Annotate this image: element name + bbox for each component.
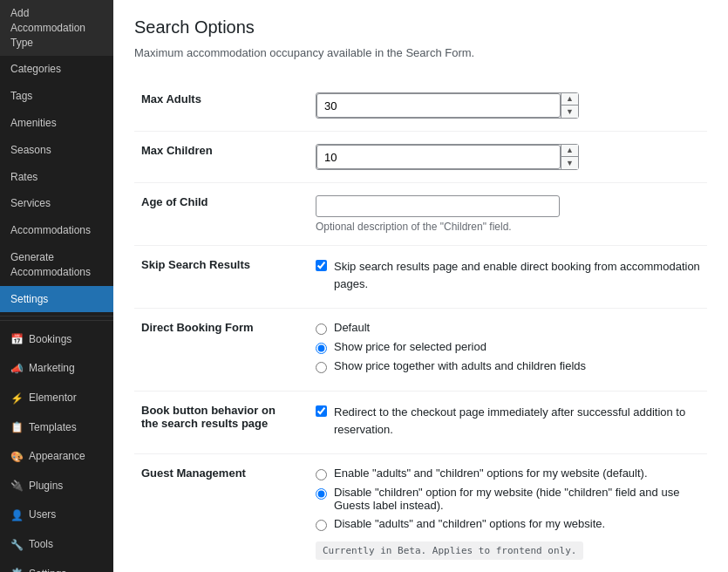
guest-option-2: Disable "adults" and "children" options … <box>316 517 700 531</box>
max-adults-input[interactable]: 30 <box>316 93 561 118</box>
max-children-row: Max Children 10 ▲ ▼ <box>134 132 707 183</box>
sidebar-label: Settings <box>29 567 66 573</box>
guest-option-0: Enable "adults" and "children" options f… <box>316 466 700 480</box>
sidebar-label: Bookings <box>29 332 71 347</box>
sidebar-label: Categories <box>10 62 61 77</box>
book-button-check-row: Redirect to the checkout page immediatel… <box>316 404 700 438</box>
sidebar-item-seasons[interactable]: Seasons <box>0 137 113 164</box>
sidebar-item-amenities[interactable]: Amenities <box>0 110 113 137</box>
beta-badge: Currently in Beta. Applies to frontend o… <box>316 541 583 560</box>
direct-booking-option-2: Show price together with adults and chil… <box>316 359 700 373</box>
plugin-icon <box>10 477 24 494</box>
sidebar-item-add-accommodation[interactable]: Add Accommodation Type <box>0 0 113 56</box>
page-title: Search Options <box>134 17 707 37</box>
sidebar-item-bookings[interactable]: Bookings <box>0 324 113 354</box>
direct-booking-radio-default[interactable] <box>316 323 327 335</box>
sidebar-label: Settings <box>10 292 48 307</box>
sidebar-item-wp-settings[interactable]: Settings <box>0 559 113 572</box>
direct-booking-radio-together[interactable] <box>316 362 327 373</box>
page-subtitle: Maximum accommodation occupancy availabl… <box>134 46 707 59</box>
sidebar-label: Seasons <box>10 143 51 158</box>
sidebar-item-categories[interactable]: Categories <box>0 56 113 83</box>
book-button-label: Book button behavior on the search resul… <box>134 392 309 454</box>
direct-booking-label: Direct Booking Form <box>134 309 309 392</box>
guest-label-enable: Enable "adults" and "children" options f… <box>334 466 648 480</box>
sidebar-item-elementor[interactable]: Elementor <box>0 384 113 413</box>
guest-radio-disable-all[interactable] <box>316 520 327 531</box>
book-button-checkbox[interactable] <box>316 405 327 417</box>
direct-booking-label-price: Show price for selected period <box>334 340 486 353</box>
sidebar-label: Elementor <box>29 391 77 405</box>
decrement-button[interactable]: ▼ <box>561 157 578 169</box>
increment-button[interactable]: ▲ <box>561 93 578 106</box>
max-children-label: Max Children <box>134 132 309 183</box>
settings-icon <box>10 565 24 572</box>
direct-booking-label-default: Default <box>334 321 370 334</box>
megaphone-icon <box>10 360 24 378</box>
skip-search-check-row: Skip search results page and enable dire… <box>316 258 700 292</box>
max-children-input[interactable]: 10 <box>316 145 561 169</box>
sidebar-item-marketing[interactable]: Marketing <box>0 354 113 384</box>
sidebar-item-tags[interactable]: Tags <box>0 83 113 110</box>
sidebar-label: Generate Accommodations <box>10 250 103 280</box>
direct-booking-label-together: Show price together with adults and chil… <box>334 359 586 372</box>
sidebar-item-services[interactable]: Services <box>0 190 113 217</box>
decrement-button[interactable]: ▼ <box>561 106 578 118</box>
skip-search-row: Skip Search Results Skip search results … <box>134 246 707 309</box>
guest-management-row: Guest Management Enable "adults" and "ch… <box>134 454 707 573</box>
guest-management-label: Guest Management <box>134 454 309 573</box>
skip-search-label: Skip Search Results <box>134 246 309 309</box>
sidebar-item-generate[interactable]: Generate Accommodations <box>0 244 113 286</box>
sidebar-item-rates[interactable]: Rates <box>0 164 113 191</box>
direct-booking-radio-price[interactable] <box>316 343 327 354</box>
max-children-spinner[interactable]: 10 ▲ ▼ <box>316 144 579 170</box>
max-adults-label: Max Adults <box>134 80 309 132</box>
sidebar-item-appearance[interactable]: Appearance <box>0 442 113 472</box>
age-of-child-input[interactable] <box>316 195 560 217</box>
age-of-child-label: Age of Child <box>134 183 309 246</box>
max-adults-spinner[interactable]: 30 ▲ ▼ <box>316 92 579 119</box>
elementor-icon <box>10 390 24 407</box>
sidebar-label: Amenities <box>10 116 57 131</box>
age-of-child-row: Age of Child Optional description of the… <box>134 183 707 246</box>
sidebar-label: Rates <box>10 170 37 185</box>
settings-form: Max Adults 30 ▲ ▼ Max Children 10 ▲ <box>134 80 707 572</box>
book-button-text: Redirect to the checkout page immediatel… <box>334 404 700 438</box>
sidebar-label: Add Accommodation Type <box>10 6 103 50</box>
direct-booking-row: Direct Booking Form Default Show price f… <box>134 309 707 392</box>
sidebar-label: Templates <box>29 420 77 435</box>
max-adults-row: Max Adults 30 ▲ ▼ <box>134 80 707 132</box>
sidebar-label: Marketing <box>29 361 75 376</box>
template-icon <box>10 419 24 436</box>
appearance-icon <box>10 448 24 466</box>
main-content: Search Options Maximum accommodation occ… <box>113 0 728 572</box>
increment-button[interactable]: ▲ <box>561 145 578 157</box>
sidebar-label: Tags <box>10 89 32 104</box>
book-button-row: Book button behavior on the search resul… <box>134 392 707 454</box>
tools-icon <box>10 536 24 554</box>
sidebar-item-tools[interactable]: Tools <box>0 530 113 560</box>
sidebar-item-accommodations[interactable]: Accommodations <box>0 217 113 244</box>
skip-search-checkbox[interactable] <box>316 260 327 271</box>
guest-label-disable-children: Disable "children" option for my website… <box>334 486 700 512</box>
sidebar-label: Services <box>10 196 51 211</box>
sidebar-label: Users <box>29 507 56 522</box>
guest-radio-enable[interactable] <box>316 469 327 480</box>
sidebar-label: Tools <box>29 537 53 552</box>
sidebar-label: Accommodations <box>10 223 91 238</box>
direct-booking-option-0: Default <box>316 321 700 335</box>
sidebar-label: Appearance <box>29 449 85 464</box>
sidebar-item-plugins[interactable]: Plugins <box>0 471 113 500</box>
sidebar-item-templates[interactable]: Templates <box>0 412 113 442</box>
skip-search-text: Skip search results page and enable dire… <box>334 258 700 292</box>
sidebar-item-settings[interactable]: Settings <box>0 286 113 313</box>
sidebar: Add Accommodation Type Categories Tags A… <box>0 0 113 572</box>
guest-radio-disable-children[interactable] <box>316 488 327 500</box>
sidebar-item-users[interactable]: Users <box>0 500 113 530</box>
spinner-buttons: ▲ ▼ <box>561 93 578 118</box>
sidebar-label: Plugins <box>29 479 63 494</box>
direct-booking-option-1: Show price for selected period <box>316 340 700 354</box>
age-of-child-desc: Optional description of the "Children" f… <box>316 221 700 233</box>
users-icon <box>10 507 24 524</box>
calendar-icon <box>10 330 24 348</box>
